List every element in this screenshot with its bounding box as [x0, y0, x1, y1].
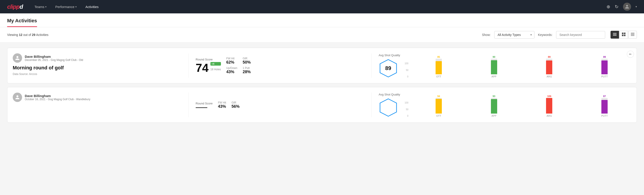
bar-chart-wrap: 100 50 0 85 OTT 90	[404, 53, 631, 78]
round-score-value: 74	[196, 62, 209, 74]
user-name: Dave Billingham	[25, 55, 83, 58]
user-name-2: Dave Billingham	[25, 94, 90, 98]
search-input[interactable]	[556, 31, 605, 38]
score-badge: +4	[210, 62, 221, 66]
activities-list: Dave Billingham December 05, 2021 - Gog …	[0, 42, 644, 128]
activity-type-select[interactable]: All Activity Types	[494, 31, 534, 38]
view-grid-button[interactable]	[620, 31, 628, 38]
keywords-label: Keywords:	[538, 33, 552, 36]
svg-rect-4	[624, 32, 626, 34]
avg-shot-quality-label: Avg Shot Quality	[379, 54, 400, 57]
refresh-icon[interactable]: ↻	[615, 4, 618, 9]
nav-item-activities[interactable]: Activities	[84, 3, 100, 10]
bar-putt: 89 PUTT	[578, 53, 631, 78]
navbar-actions: ⊕ ↻ ▾	[606, 3, 637, 11]
fw-hit-label: FW Hit	[226, 57, 237, 60]
bar-app-track	[491, 59, 497, 74]
bar-arg-value: 89	[548, 56, 550, 58]
y-100-2: 100	[404, 102, 408, 104]
stats-grid-2: FW Hit 43% GIR 56%	[218, 101, 240, 109]
edit-button[interactable]: ✏	[627, 51, 634, 58]
card-divider-2	[371, 53, 372, 78]
bar-ott-label: OTT	[436, 75, 441, 78]
view-toggles	[610, 31, 637, 38]
bar-app-value-2: 93	[493, 95, 496, 98]
card-quality-2: Avg Shot Quality 100 50 0 94	[379, 92, 631, 117]
bar-putt-fill	[602, 60, 608, 74]
svg-marker-12	[380, 99, 396, 116]
bar-arg-track	[546, 59, 552, 74]
nav-label-activities: Activities	[86, 5, 99, 9]
bar-ott-value: 85	[437, 56, 440, 58]
holes-value: 18 Holes	[210, 68, 221, 71]
chevron-down-icon[interactable]: ▾	[636, 5, 637, 8]
activity-type-select-wrap: All Activity Types ▾	[494, 31, 534, 38]
bar-app-2: 93 APP	[467, 92, 521, 117]
bar-app-label-2: APP	[492, 114, 496, 117]
nav-item-teams[interactable]: Teams ▾	[34, 3, 47, 10]
bar-chart-2: 100 50 0 94 OTT 93	[404, 92, 631, 117]
stat-fw-hit-2: FW Hit 43%	[218, 101, 226, 109]
hexagon-container-2	[379, 98, 398, 117]
round-score-section: Round Score 74 +4 18 Holes	[196, 58, 221, 74]
card-user: Dave Billingham December 05, 2021 - Gog …	[13, 53, 181, 63]
view-list-button[interactable]	[610, 31, 619, 38]
svg-rect-6	[624, 34, 626, 36]
bar-chart-wrap-2: 100 50 0 94 OTT 93	[404, 92, 631, 117]
y-50-2: 50	[406, 108, 408, 111]
stats-grid: FW Hit 62% GIR 50% Up/Down 43% 1 Putt 28…	[226, 57, 254, 74]
bar-arg-label-2: ARG	[546, 114, 552, 117]
fw-hit-label-2: FW Hit	[218, 101, 226, 104]
bar-app: 90 APP	[467, 53, 521, 78]
svg-rect-2	[613, 35, 616, 36]
stat-updown: Up/Down 43%	[226, 66, 237, 74]
bar-ott-fill-2	[436, 99, 442, 114]
card-divider	[188, 53, 188, 78]
gir-value-2: 56%	[232, 104, 240, 109]
nav-item-performance[interactable]: Performance ▾	[54, 3, 78, 10]
bar-arg-fill	[546, 60, 552, 74]
add-icon[interactable]: ⊕	[606, 4, 610, 9]
1putt-label: 1 Putt	[242, 66, 254, 70]
gir-value: 50%	[242, 60, 254, 65]
activity-title: Morning round of golf	[13, 65, 181, 71]
viewing-count: Viewing 12 out of 29 Activities	[7, 33, 478, 36]
bar-arg: 89 ARG	[522, 53, 576, 78]
bar-putt-value-2: 87	[603, 95, 606, 98]
card-stats: Round Score 74 +4 18 Holes FW Hit 62% GI…	[196, 53, 364, 78]
y-50: 50	[406, 69, 408, 72]
y-axis-2: 100 50 0	[404, 102, 409, 117]
svg-rect-0	[613, 33, 616, 34]
svg-rect-5	[622, 34, 624, 36]
svg-rect-8	[631, 34, 634, 34]
round-score-label: Round Score	[196, 58, 221, 61]
user-info-2: Dave Billingham October 16, 2021 - Gog M…	[25, 94, 90, 101]
quality-section-2: Avg Shot Quality	[379, 93, 400, 117]
avg-shot-quality-label-2: Avg Shot Quality	[379, 93, 400, 96]
hexagon-container: 89	[379, 59, 398, 78]
round-score-section-2: Round Score	[196, 102, 213, 108]
bar-arg-label: ARG	[546, 75, 552, 78]
fw-hit-value-2: 43%	[218, 104, 226, 109]
bar-arg-value-2: 106	[547, 95, 551, 98]
avatar[interactable]	[623, 3, 631, 11]
logo[interactable]: clippd	[7, 3, 23, 10]
y-100: 100	[404, 62, 408, 65]
view-compact-button[interactable]	[628, 31, 637, 38]
score-placeholder	[196, 107, 207, 108]
updown-value: 43%	[226, 70, 237, 74]
bar-arg-track-2	[546, 98, 552, 114]
activity-card-2: Dave Billingham October 16, 2021 - Gog M…	[7, 87, 637, 123]
y-0-2: 0	[407, 115, 408, 117]
bar-ott-track	[436, 59, 442, 74]
nav-label-teams: Teams	[34, 5, 44, 9]
avatar	[13, 53, 22, 63]
card-left-2: Dave Billingham October 16, 2021 - Gog M…	[13, 92, 181, 117]
card-quality: Avg Shot Quality 89 100 50 0	[379, 53, 631, 78]
svg-rect-3	[622, 32, 624, 34]
bar-chart: 100 50 0 85 OTT 90	[404, 53, 631, 78]
card-stats-2: Round Score FW Hit 43% GIR 56%	[196, 92, 364, 117]
bar-ott-fill	[436, 61, 442, 74]
page-title: My Activities	[7, 18, 37, 27]
avatar-2	[13, 92, 22, 102]
